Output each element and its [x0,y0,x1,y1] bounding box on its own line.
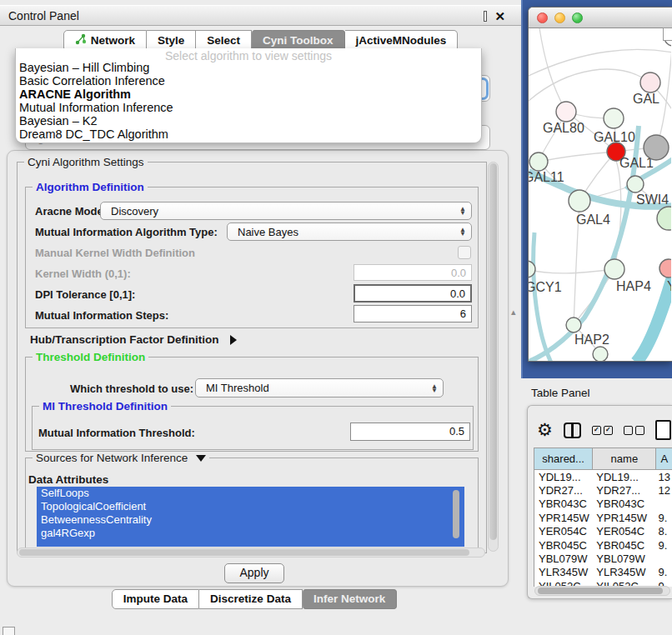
hub-definition-toggle[interactable]: Hub/Transcription Factor Definition [30,333,237,346]
table-row[interactable]: YDR27...YDR27...12 [534,483,672,497]
node-label-y: Y [667,279,671,293]
table-cell: 9. [656,566,672,578]
manual-kernel-width-label: Manual Kernel Width Definition [35,247,195,259]
dropdown-item-mutual-information-inference[interactable]: Mutual Information Inference [16,101,481,114]
apply-button[interactable]: Apply [224,563,284,583]
network-node-y[interactable] [659,259,671,278]
network-node-gal4[interactable] [569,190,590,212]
settings-horizontal-scrollbar[interactable] [17,548,485,558]
network-node[interactable] [644,135,669,160]
network-node-gal80[interactable] [556,102,576,122]
scrollbar-thumb[interactable] [19,549,469,556]
tab-infer-network[interactable]: Infer Network [303,589,397,609]
column-header-shared[interactable]: shared... [534,448,593,470]
sources-legend[interactable]: Sources for Network Inference [33,452,209,464]
which-threshold-combobox[interactable]: MI Threshold ▲▼ [195,378,444,398]
network-scroll-corner [663,28,672,41]
network-node-gal[interactable] [640,72,660,92]
column-header-partial[interactable]: A [656,448,672,470]
kernel-width-input[interactable]: 0.0 [354,264,472,281]
tab-discretize-data[interactable]: Discretize Data [199,589,303,609]
table-cell: 9. [656,539,672,552]
aracne-mode-combobox[interactable]: Discovery ▲▼ [100,202,472,220]
table-row[interactable]: YBR045CYBR045C9. [534,538,672,552]
close-icon[interactable]: ✕ [494,12,505,21]
table-cell: YDR27... [534,484,593,497]
list-item-betweennesscentrality[interactable]: BetweennessCentrality [37,513,464,527]
scrollbar-thumb[interactable] [538,588,663,594]
network-canvas[interactable]: GALGAL80GAL10GAL1GAL11SWI4GAL4GCY1HAP4YH… [529,28,671,362]
table-cell: YPR145W [534,512,593,524]
data-attributes-list[interactable]: SelfLoopsTopologicalCoefficientBetweenne… [37,487,464,547]
node-label-gcy1: GCY1 [529,280,562,294]
list-scrollbar-thumb[interactable] [453,490,459,538]
dropdown-item-aracne-algorithm[interactable]: ARACNE Algorithm [16,88,481,101]
algorithm-dropdown-list: Select algorithm to view settings Bayesi… [15,48,482,143]
network-window-titlebar[interactable] [529,8,672,28]
select-all-icon[interactable]: ✓ ✓ [592,426,613,435]
table-row[interactable]: YPR145WYPR145W9. [534,511,672,524]
network-node-hap2[interactable] [566,318,581,332]
list-item-topologicalcoefficient[interactable]: TopologicalCoefficient [37,500,464,513]
list-item-selfloops[interactable]: SelfLoops [37,487,464,500]
table-row[interactable]: YBR043CYBR043C [534,498,672,511]
mi-threshold-input[interactable]: 0.5 [350,422,470,441]
mi-algorithm-type-combobox[interactable]: Naive Bayes ▲▼ [227,222,472,241]
network-node-hap4[interactable] [604,259,624,279]
collapsed-arrow-icon[interactable] [230,335,237,345]
threshold-definition-legend: Threshold Definition [33,351,148,363]
splitter-handle[interactable]: ▴ [511,307,516,318]
expanded-arrow-icon[interactable] [196,455,206,462]
table-cell: YBR043C [534,498,593,510]
table-cell: YER054C [534,525,593,538]
split-columns-icon[interactable] [564,422,581,438]
node-label-gal: GAL [633,92,659,106]
tab-label: Style [158,34,184,47]
table-cell: YBR043C [593,498,656,510]
table-cell: YER054C [593,525,656,538]
tab-label: Impute Data [123,592,188,605]
table-toolbar: ⚙ ✓ ✓ [537,418,672,442]
table-cell: YDL19... [593,471,656,483]
dropdown-item-basic-correlation-inference[interactable]: Basic Correlation Inference [16,74,481,88]
table-row[interactable]: YLR345WYLR345W9. [534,566,672,579]
table-row[interactable]: YDL19...YDL19...13 [534,470,672,483]
close-traffic-light-icon[interactable] [537,12,548,23]
minimize-traffic-light-icon[interactable] [554,12,565,23]
column-header-name[interactable]: name [593,448,656,470]
network-node[interactable] [593,347,608,362]
list-item-gal4rgexp[interactable]: gal4RGexp [37,527,464,540]
aracne-mode-label: Aracne Mode: [35,205,107,218]
table-row[interactable]: YBL079WYBL079W [534,552,672,565]
dpi-tolerance-input[interactable]: 0.0 [354,284,472,302]
float-window-icon[interactable] [484,11,487,22]
network-node[interactable] [657,207,671,230]
table-cell: 13 [656,471,672,483]
network-node-gal11[interactable] [529,152,548,171]
deselect-all-icon[interactable] [624,426,644,435]
network-view-window[interactable]: GALGAL80GAL10GAL1GAL11SWI4GAL4GCY1HAP4YH… [528,7,672,362]
tab-impute-data[interactable]: Impute Data [112,589,199,609]
bottom-tab-bar: Impute DataDiscretize DataInfer Network [0,589,509,609]
settings-gear-icon[interactable]: ⚙ [537,421,553,439]
mi-steps-input[interactable]: 6 [354,305,472,322]
dropdown-item-bayesian-hill-climbing[interactable]: Bayesian – Hill Climbing [16,61,481,74]
settings-vertical-scrollbar[interactable] [488,162,499,552]
minimized-panel-icon[interactable] [3,627,15,635]
tab-label: Select [207,34,240,47]
dropdown-items: Bayesian – Hill ClimbingBasic Correlatio… [16,61,481,141]
dropdown-item-bayesian-k2[interactable]: Bayesian – K2 [16,114,481,128]
zoom-traffic-light-icon[interactable] [572,12,583,23]
table-row[interactable]: YER054CYER054C8. [534,525,672,538]
document-icon[interactable] [655,420,671,440]
manual-kernel-width-checkbox[interactable] [458,246,471,259]
network-node-gal10[interactable] [604,108,624,128]
node-label-gal80: GAL80 [543,121,584,135]
dropdown-item-dream8-dc-tdc-algorithm[interactable]: Dream8 DC_TDC Algorithm [16,128,481,141]
table-cell: 12 [656,484,672,497]
hub-definition-label: Hub/Transcription Factor Definition [30,333,219,346]
scrollbar-thumb[interactable] [489,163,497,540]
table-horizontal-scrollbar[interactable] [534,586,670,596]
node-attribute-table[interactable]: shared... name A YDL19...YDL19...13YDR27… [534,448,672,587]
network-node-swi4[interactable] [627,176,644,192]
